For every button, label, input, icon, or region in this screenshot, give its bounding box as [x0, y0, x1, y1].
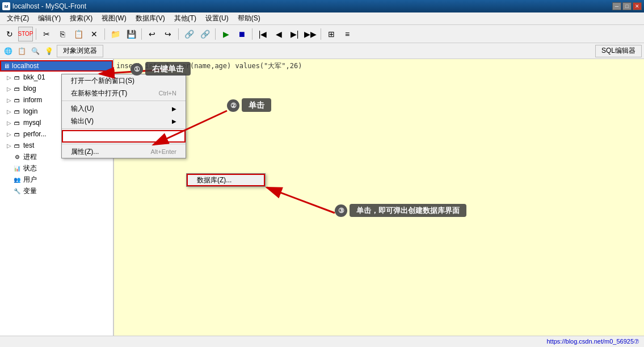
process-icon: ⚙ — [12, 153, 22, 161]
db-icon: 🗃 — [12, 130, 22, 138]
item-label: bkk_01 — [23, 73, 45, 81]
expand-icon: ▷ — [7, 86, 12, 92]
stop-button[interactable]: STOP — [18, 27, 33, 41]
item-label: mysql — [23, 119, 41, 127]
submenu-arrow: ▶ — [172, 118, 176, 124]
grid-button[interactable]: ⊞ — [324, 27, 339, 41]
close-button[interactable]: ✕ — [633, 2, 642, 10]
ctx-separator-1 — [62, 101, 186, 101]
toolbar-separator-5 — [215, 28, 216, 40]
ctx-separator-3 — [62, 144, 186, 144]
item-label: 变量 — [23, 186, 37, 196]
next-button[interactable]: ▶| — [287, 27, 302, 41]
expand-icon: ▷ — [7, 74, 12, 81]
users-icon: 👥 — [12, 175, 22, 183]
toolbar-separator-1 — [36, 28, 36, 40]
cut-button[interactable]: ✂ — [39, 27, 54, 41]
ctx-import[interactable]: 输入(U) ▶ — [62, 102, 186, 115]
menu-view[interactable]: 视图(W) — [97, 12, 131, 24]
ctx-new[interactable]: 新建(W) ▶ — [62, 130, 186, 143]
refresh-button[interactable]: ↻ — [2, 27, 17, 41]
window-title: localhost - MySQL-Front — [12, 2, 86, 10]
item-label: test — [23, 141, 34, 149]
sidebar-item-status[interactable]: 📊 状态 — [0, 162, 113, 174]
copy-button[interactable]: ⎘ — [55, 27, 70, 41]
menu-edit[interactable]: 编辑(Y) — [33, 12, 65, 24]
tree-icon-2: 📋 — [16, 45, 27, 57]
db-icon: 🗃 — [12, 141, 22, 149]
menu-search[interactable]: 搜索(X) — [65, 12, 97, 24]
server-icon: 🖥 — [3, 62, 10, 69]
run-button[interactable]: ▶ — [218, 27, 233, 41]
status-url: https://blog.csdn.net/m0_56925⑦ — [547, 338, 640, 345]
expand-icon: ▷ — [7, 131, 12, 137]
sidebar-item-vars[interactable]: 🔧 变量 — [0, 185, 113, 197]
ctx-export[interactable]: 输出(V) ▶ — [62, 115, 186, 127]
sql-editor-area[interactable]: insert into t_user(name,age) values("大军"… — [113, 59, 644, 336]
tree-icon-4: 💡 — [43, 45, 54, 57]
toolbar-separator-6 — [252, 28, 252, 40]
expand-icon: ▷ — [7, 108, 12, 115]
context-menu: 打开一个新的窗口(S) 在新标签中打开(T) Ctrl+N 输入(U) ▶ 输出… — [61, 74, 186, 158]
expand-icon — [7, 177, 12, 183]
form-button[interactable]: ≡ — [340, 27, 355, 41]
toolbar: ↻ STOP ✂ ⎘ 📋 ✕ 📁 💾 ↩ ↪ 🔗 🔗 ▶ ⏹ |◀ ◀ ▶| ▶… — [0, 25, 644, 43]
submenu: 数据库(Z)... — [186, 173, 266, 187]
open-button[interactable]: 📁 — [108, 27, 123, 41]
menu-other[interactable]: 其他(T) — [170, 12, 201, 24]
maximize-button[interactable]: □ — [622, 2, 632, 10]
menu-database[interactable]: 数据库(V) — [131, 12, 170, 24]
ctx-open-new-window[interactable]: 打开一个新的窗口(S) — [62, 74, 186, 87]
submenu-create-db[interactable]: 数据库(Z)... — [187, 174, 265, 186]
menu-help[interactable]: 帮助(S) — [233, 12, 265, 24]
db-icon: 🗃 — [12, 73, 22, 81]
item-label: login — [23, 107, 37, 115]
item-label: inform — [23, 96, 42, 104]
sql-content: insert into t_user(name,age) values("大军"… — [116, 62, 302, 70]
prev-button[interactable]: ◀ — [271, 27, 286, 41]
ctx-open-new-tab[interactable]: 在新标签中打开(T) Ctrl+N — [62, 87, 186, 99]
undo-button[interactable]: ↩ — [145, 27, 159, 41]
menu-file[interactable]: 文件(Z) — [2, 12, 33, 24]
save-button[interactable]: 💾 — [124, 27, 138, 41]
minimize-button[interactable]: ─ — [612, 2, 621, 10]
title-bar: M localhost - MySQL-Front ─ □ ✕ — [0, 0, 644, 12]
menu-settings[interactable]: 设置(U) — [201, 12, 233, 24]
sql-editor-button[interactable]: SQL编辑器 — [595, 45, 642, 57]
status-icon: 📊 — [12, 164, 22, 172]
toolbar-separator-7 — [321, 28, 321, 40]
stop2-button[interactable]: ⏹ — [234, 27, 249, 41]
ctx-properties[interactable]: 属性(Z)... Alt+Enter — [62, 145, 186, 158]
delete-button[interactable]: ✕ — [87, 27, 102, 41]
redo-button[interactable]: ↪ — [161, 27, 175, 41]
expand-icon: ▷ — [7, 97, 12, 103]
toolbar-separator-4 — [178, 28, 179, 40]
app-icon: M — [2, 2, 10, 10]
db-icon: 🗃 — [12, 96, 22, 104]
first-button[interactable]: |◀ — [255, 27, 270, 41]
menu-bar: 文件(Z) 编辑(Y) 搜索(X) 视图(W) 数据库(V) 其他(T) 设置(… — [0, 12, 644, 25]
window-controls: ─ □ ✕ — [612, 2, 642, 10]
item-label: perfor... — [23, 130, 47, 138]
ctx-separator-2 — [62, 128, 186, 129]
tree-root-localhost[interactable]: 🖥 localhost — [0, 60, 113, 72]
secondary-toolbar: 🌐 📋 🔍 💡 对象浏览器 SQL编辑器 — [0, 43, 644, 59]
db-icon: 🗃 — [12, 119, 22, 127]
connect2-button[interactable]: 🔗 — [197, 27, 212, 41]
status-bar: https://blog.csdn.net/m0_56925⑦ — [0, 336, 644, 347]
item-label: 状态 — [23, 164, 37, 173]
db-icon: 🗃 — [12, 107, 22, 115]
paste-button[interactable]: 📋 — [71, 27, 86, 41]
expand-icon: ▷ — [7, 120, 12, 126]
root-label: localhost — [12, 62, 39, 70]
toolbar-separator-2 — [104, 28, 105, 40]
submenu-arrow: ▶ — [172, 106, 176, 112]
connect1-button[interactable]: 🔗 — [182, 27, 196, 41]
tree-icon-3: 🔍 — [30, 45, 41, 57]
browser-button[interactable]: 对象浏览器 — [57, 45, 103, 57]
sidebar-item-users[interactable]: 👥 用户 — [0, 174, 113, 185]
expand-icon — [7, 188, 12, 194]
expand-icon: ▷ — [7, 143, 12, 149]
last-button[interactable]: ▶▶ — [303, 27, 318, 41]
expand-icon — [7, 154, 12, 160]
